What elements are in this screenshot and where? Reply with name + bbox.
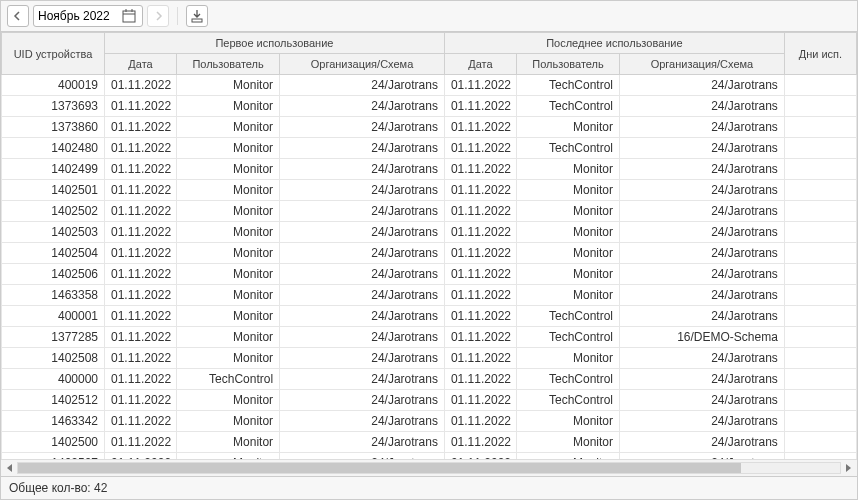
scroll-thumb[interactable] [18, 463, 741, 473]
cell-first-user: Monitor [177, 390, 280, 411]
table-header: UID устройства Первое использование Посл… [2, 33, 857, 75]
table-row[interactable]: 140248001.11.2022Monitor24/Jarotrans01.1… [2, 138, 857, 159]
table-row[interactable]: 40000001.11.2022TechControl24/Jarotrans0… [2, 369, 857, 390]
cell-last-date: 01.11.2022 [444, 75, 516, 96]
cell-first-date: 01.11.2022 [105, 222, 177, 243]
cell-first-org: 24/Jarotrans [280, 159, 445, 180]
cell-last-user: Monitor [517, 159, 620, 180]
cell-first-org: 24/Jarotrans [280, 285, 445, 306]
cell-first-date: 01.11.2022 [105, 285, 177, 306]
cell-last-user: Monitor [517, 432, 620, 453]
export-button[interactable] [186, 5, 208, 27]
cell-uid: 400019 [2, 75, 105, 96]
scroll-left-arrow[interactable] [3, 461, 17, 475]
cell-last-user: Monitor [517, 348, 620, 369]
cell-first-org: 24/Jarotrans [280, 306, 445, 327]
header-last-date[interactable]: Дата [444, 54, 516, 75]
cell-last-org: 24/Jarotrans [620, 180, 785, 201]
scroll-right-arrow[interactable] [841, 461, 855, 475]
cell-first-user: Monitor [177, 138, 280, 159]
table-row[interactable]: 140250701.11.2022Monitor24/Jarotrans01.1… [2, 453, 857, 460]
cell-first-org: 24/Jarotrans [280, 243, 445, 264]
cell-last-user: TechControl [517, 390, 620, 411]
table-row[interactable]: 40000101.11.2022Monitor24/Jarotrans01.11… [2, 306, 857, 327]
cell-days [784, 306, 856, 327]
cell-days [784, 180, 856, 201]
cell-last-date: 01.11.2022 [444, 96, 516, 117]
table-row[interactable]: 146334201.11.2022Monitor24/Jarotrans01.1… [2, 411, 857, 432]
cell-first-user: Monitor [177, 159, 280, 180]
cell-last-user: TechControl [517, 75, 620, 96]
header-uid[interactable]: UID устройства [2, 33, 105, 75]
table-row[interactable]: 140250601.11.2022Monitor24/Jarotrans01.1… [2, 264, 857, 285]
cell-last-org: 24/Jarotrans [620, 201, 785, 222]
header-days[interactable]: Дни исп. [784, 33, 856, 75]
table-row[interactable]: 140249901.11.2022Monitor24/Jarotrans01.1… [2, 159, 857, 180]
cell-uid: 1402501 [2, 180, 105, 201]
header-first-org[interactable]: Организация/Схема [280, 54, 445, 75]
cell-first-user: Monitor [177, 306, 280, 327]
cell-days [784, 348, 856, 369]
cell-uid: 1402506 [2, 264, 105, 285]
table-row[interactable]: 140250101.11.2022Monitor24/Jarotrans01.1… [2, 180, 857, 201]
table-row[interactable]: 40001901.11.2022Monitor24/Jarotrans01.11… [2, 75, 857, 96]
table-row[interactable]: 140250201.11.2022Monitor24/Jarotrans01.1… [2, 201, 857, 222]
table-row[interactable]: 137369301.11.2022Monitor24/Jarotrans01.1… [2, 96, 857, 117]
triangle-left-icon [6, 464, 14, 472]
cell-days [784, 369, 856, 390]
cell-days [784, 138, 856, 159]
cell-last-user: Monitor [517, 264, 620, 285]
cell-first-org: 24/Jarotrans [280, 222, 445, 243]
period-input[interactable]: Ноябрь 2022 [33, 5, 143, 27]
cell-uid: 400001 [2, 306, 105, 327]
cell-uid: 1402499 [2, 159, 105, 180]
cell-first-org: 24/Jarotrans [280, 327, 445, 348]
table-row[interactable]: 137728501.11.2022Monitor24/Jarotrans01.1… [2, 327, 857, 348]
table-row[interactable]: 140250001.11.2022Monitor24/Jarotrans01.1… [2, 432, 857, 453]
cell-last-org: 24/Jarotrans [620, 411, 785, 432]
cell-last-user: Monitor [517, 285, 620, 306]
cell-last-date: 01.11.2022 [444, 411, 516, 432]
cell-last-date: 01.11.2022 [444, 180, 516, 201]
table-row[interactable]: 146335801.11.2022Monitor24/Jarotrans01.1… [2, 285, 857, 306]
scroll-track[interactable] [17, 462, 841, 474]
cell-first-org: 24/Jarotrans [280, 117, 445, 138]
header-first-use[interactable]: Первое использование [105, 33, 445, 54]
table-row[interactable]: 140250301.11.2022Monitor24/Jarotrans01.1… [2, 222, 857, 243]
horizontal-scrollbar[interactable] [1, 459, 857, 476]
cell-last-date: 01.11.2022 [444, 348, 516, 369]
table-row[interactable]: 140250401.11.2022Monitor24/Jarotrans01.1… [2, 243, 857, 264]
cell-uid: 1402512 [2, 390, 105, 411]
cell-first-org: 24/Jarotrans [280, 180, 445, 201]
cell-last-org: 24/Jarotrans [620, 243, 785, 264]
cell-first-user: Monitor [177, 411, 280, 432]
header-first-date[interactable]: Дата [105, 54, 177, 75]
header-first-user[interactable]: Пользователь [177, 54, 280, 75]
header-last-user[interactable]: Пользователь [517, 54, 620, 75]
cell-first-user: Monitor [177, 117, 280, 138]
nav-prev-button[interactable] [7, 5, 29, 27]
cell-first-date: 01.11.2022 [105, 327, 177, 348]
cell-first-org: 24/Jarotrans [280, 201, 445, 222]
cell-last-org: 24/Jarotrans [620, 96, 785, 117]
cell-days [784, 411, 856, 432]
header-last-org[interactable]: Организация/Схема [620, 54, 785, 75]
table-row[interactable]: 137386001.11.2022Monitor24/Jarotrans01.1… [2, 117, 857, 138]
cell-days [784, 159, 856, 180]
cell-last-org: 24/Jarotrans [620, 432, 785, 453]
cell-last-user: Monitor [517, 243, 620, 264]
table-row[interactable]: 140251201.11.2022Monitor24/Jarotrans01.1… [2, 390, 857, 411]
toolbar-divider [177, 7, 178, 25]
chevron-right-icon [153, 11, 163, 21]
cell-last-user: Monitor [517, 180, 620, 201]
cell-first-org: 24/Jarotrans [280, 96, 445, 117]
cell-uid: 1402500 [2, 432, 105, 453]
cell-last-org: 24/Jarotrans [620, 369, 785, 390]
cell-first-user: Monitor [177, 432, 280, 453]
calendar-icon[interactable] [120, 7, 138, 25]
header-last-use[interactable]: Последнее использование [444, 33, 784, 54]
table-row[interactable]: 140250801.11.2022Monitor24/Jarotrans01.1… [2, 348, 857, 369]
cell-first-org: 24/Jarotrans [280, 75, 445, 96]
cell-last-user: TechControl [517, 327, 620, 348]
nav-next-button[interactable] [147, 5, 169, 27]
